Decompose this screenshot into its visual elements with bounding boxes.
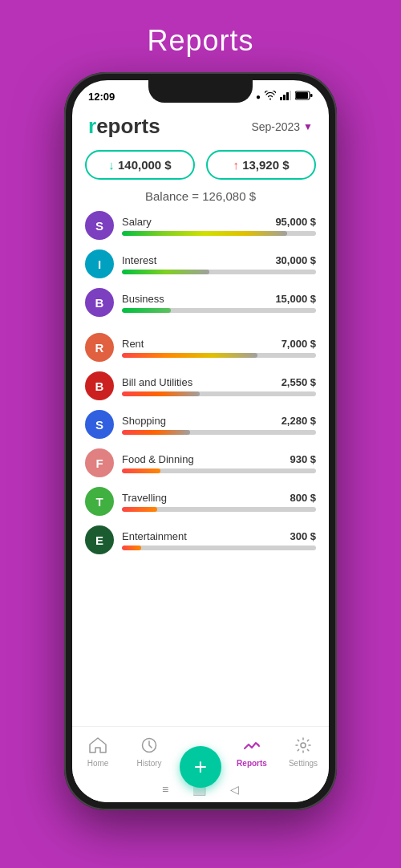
category-name: Business: [122, 293, 164, 305]
category-amount: 7,000 $: [282, 338, 316, 350]
progress-track: [122, 546, 316, 550]
progress-track: [122, 468, 316, 473]
app-title-text: reports: [88, 114, 160, 139]
expense-button[interactable]: ↑ 13,920 $: [206, 150, 316, 180]
category-details: Salary 95,000 $: [122, 216, 316, 236]
category-details: Interest 30,000 $: [122, 254, 316, 274]
category-amount: 2,280 $: [282, 415, 316, 427]
category-icon: B: [85, 371, 114, 400]
category-icon: S: [85, 410, 114, 439]
settings-icon: [295, 737, 311, 757]
category-name: Rent: [122, 338, 144, 350]
chevron-down-icon: ▼: [303, 121, 313, 132]
title-accent: r: [88, 114, 96, 138]
progress-fill: [122, 231, 287, 236]
title-rest: eports: [96, 114, 160, 138]
category-details: Food & Dinning 930 $: [122, 453, 316, 473]
income-button[interactable]: ↓ 140,000 $: [85, 150, 195, 180]
category-name: Travelling: [122, 492, 167, 504]
balance-row: Balance = 126,080 $: [72, 186, 329, 211]
expense-arrow-icon: ↑: [233, 158, 239, 172]
category-amount: 800 $: [290, 492, 316, 504]
svg-rect-0: [280, 97, 282, 100]
progress-fill: [122, 353, 257, 358]
category-top-row: Interest 30,000 $: [122, 254, 316, 266]
summary-row: ↓ 140,000 $ ↑ 13,920 $: [72, 147, 329, 186]
svg-point-8: [301, 743, 306, 748]
progress-fill: [122, 546, 141, 550]
category-details: Business 15,000 $: [122, 293, 316, 313]
signal-icon: [280, 91, 291, 102]
progress-track: [122, 231, 316, 236]
progress-fill: [122, 430, 190, 435]
category-amount: 30,000 $: [275, 254, 316, 266]
list-item: E Entertainment 300 $: [85, 525, 316, 554]
record-icon: ●: [256, 92, 261, 101]
category-amount: 930 $: [290, 453, 316, 465]
phone-screen: 12:09 ●: [72, 80, 329, 802]
income-arrow-icon: ↓: [108, 158, 115, 172]
date-label: Sep-2023: [251, 120, 300, 133]
date-selector[interactable]: Sep-2023 ▼: [251, 120, 313, 133]
add-button[interactable]: +: [180, 746, 221, 788]
svg-rect-3: [290, 91, 291, 100]
category-top-row: Travelling 800 $: [122, 492, 316, 504]
progress-track: [122, 507, 316, 512]
category-amount: 95,000 $: [275, 216, 316, 228]
category-name: Shopping: [122, 415, 166, 427]
category-details: Bill and Utilities 2,550 $: [122, 376, 316, 396]
svg-rect-6: [310, 94, 313, 97]
progress-fill: [122, 308, 171, 313]
category-top-row: Business 15,000 $: [122, 293, 316, 305]
category-details: Entertainment 300 $: [122, 530, 316, 550]
category-icon: I: [85, 249, 114, 278]
category-top-row: Entertainment 300 $: [122, 530, 316, 542]
category-top-row: Salary 95,000 $: [122, 216, 316, 228]
category-name: Interest: [122, 254, 156, 266]
progress-track: [122, 308, 316, 313]
list-item: S Salary 95,000 $: [85, 211, 316, 240]
nav-settings-label: Settings: [289, 759, 318, 768]
nav-home[interactable]: Home: [72, 737, 124, 768]
category-name: Food & Dinning: [122, 453, 194, 465]
category-name: Salary: [122, 216, 152, 228]
expense-section: R Rent 7,000 $ B Bill and Utilities 2,55…: [85, 333, 316, 554]
category-icon: R: [85, 333, 114, 362]
svg-rect-5: [296, 92, 308, 99]
list-item: B Bill and Utilities 2,550 $: [85, 371, 316, 400]
category-amount: 300 $: [290, 530, 316, 542]
list-item: F Food & Dinning 930 $: [85, 448, 316, 477]
nav-history-label: History: [136, 759, 161, 768]
category-top-row: Food & Dinning 930 $: [122, 453, 316, 465]
category-icon: T: [85, 487, 114, 516]
category-details: Rent 7,000 $: [122, 338, 316, 358]
category-icon: F: [85, 448, 114, 477]
battery-icon: [295, 91, 313, 102]
income-section: S Salary 95,000 $ I Interest 30,000 $: [85, 211, 316, 317]
progress-track: [122, 353, 316, 358]
category-icon: S: [85, 211, 114, 240]
items-list: S Salary 95,000 $ I Interest 30,000 $: [72, 211, 329, 726]
progress-track: [122, 270, 316, 274]
list-item: T Travelling 800 $: [85, 487, 316, 516]
notch: [148, 80, 253, 103]
section-divider: [85, 327, 316, 333]
back-triangle-icon: ◁: [230, 783, 239, 796]
reports-icon: [243, 737, 261, 757]
menu-icon: ≡: [162, 783, 168, 796]
balance-label: Balance = 126,080 $: [145, 189, 256, 203]
progress-fill: [122, 270, 209, 274]
progress-fill: [122, 468, 160, 473]
category-top-row: Shopping 2,280 $: [122, 415, 316, 427]
category-details: Travelling 800 $: [122, 492, 316, 512]
nav-history[interactable]: History: [124, 737, 175, 768]
status-icons: ●: [256, 91, 313, 102]
category-name: Bill and Utilities: [122, 376, 192, 388]
page-title: Reports: [147, 24, 253, 58]
expense-value: 13,920 $: [242, 158, 289, 172]
category-top-row: Bill and Utilities 2,550 $: [122, 376, 316, 388]
nav-settings[interactable]: Settings: [277, 737, 329, 768]
nav-reports[interactable]: Reports: [226, 737, 277, 768]
home-icon: [89, 737, 107, 757]
history-icon: [141, 737, 157, 757]
